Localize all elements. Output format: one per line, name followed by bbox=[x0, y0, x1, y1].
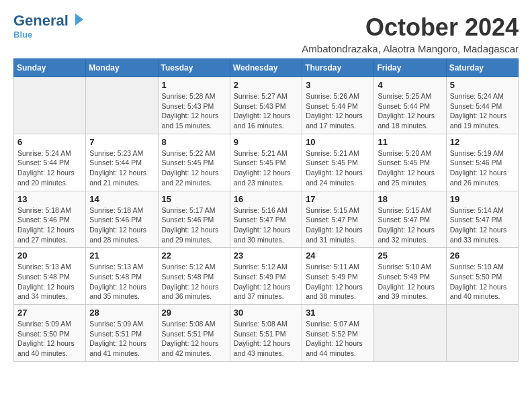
calendar-cell: 15Sunrise: 5:17 AM Sunset: 5:46 PM Dayli… bbox=[158, 191, 230, 248]
cell-info-text: Sunrise: 5:10 AM Sunset: 5:49 PM Dayligh… bbox=[378, 262, 442, 302]
cell-info-text: Sunrise: 5:21 AM Sunset: 5:45 PM Dayligh… bbox=[306, 148, 370, 188]
cell-day-number: 18 bbox=[378, 194, 442, 204]
month-title: October 2024 bbox=[302, 13, 519, 42]
cell-day-number: 9 bbox=[234, 137, 298, 147]
cell-info-text: Sunrise: 5:13 AM Sunset: 5:48 PM Dayligh… bbox=[89, 262, 154, 302]
cell-day-number: 12 bbox=[450, 137, 515, 147]
cell-day-number: 31 bbox=[306, 308, 370, 318]
calendar-cell: 5Sunrise: 5:24 AM Sunset: 5:44 PM Daylig… bbox=[446, 77, 518, 134]
cell-day-number: 7 bbox=[89, 137, 154, 147]
calendar-cell bbox=[14, 77, 86, 134]
cell-day-number: 8 bbox=[162, 137, 226, 147]
cell-day-number: 23 bbox=[234, 250, 298, 261]
calendar-body: 1Sunrise: 5:28 AM Sunset: 5:43 PM Daylig… bbox=[14, 77, 519, 362]
calendar-cell: 9Sunrise: 5:21 AM Sunset: 5:45 PM Daylig… bbox=[230, 134, 302, 191]
calendar-cell bbox=[86, 77, 158, 134]
calendar-cell: 24Sunrise: 5:11 AM Sunset: 5:49 PM Dayli… bbox=[302, 248, 374, 305]
calendar-cell: 23Sunrise: 5:12 AM Sunset: 5:49 PM Dayli… bbox=[230, 248, 302, 305]
cell-day-number: 20 bbox=[17, 250, 82, 261]
calendar-cell: 3Sunrise: 5:26 AM Sunset: 5:44 PM Daylig… bbox=[302, 77, 374, 134]
cell-info-text: Sunrise: 5:14 AM Sunset: 5:47 PM Dayligh… bbox=[450, 205, 515, 245]
calendar-cell: 18Sunrise: 5:15 AM Sunset: 5:47 PM Dayli… bbox=[374, 191, 446, 248]
cell-info-text: Sunrise: 5:24 AM Sunset: 5:44 PM Dayligh… bbox=[17, 148, 82, 188]
calendar-cell: 27Sunrise: 5:09 AM Sunset: 5:50 PM Dayli… bbox=[14, 305, 86, 362]
calendar-cell: 25Sunrise: 5:10 AM Sunset: 5:49 PM Dayli… bbox=[374, 248, 446, 305]
calendar-cell: 20Sunrise: 5:13 AM Sunset: 5:48 PM Dayli… bbox=[14, 248, 86, 305]
calendar-cell: 4Sunrise: 5:25 AM Sunset: 5:44 PM Daylig… bbox=[374, 77, 446, 134]
cell-day-number: 4 bbox=[378, 80, 442, 90]
cell-day-number: 16 bbox=[234, 194, 298, 204]
logo-text-blue: Blue bbox=[13, 30, 32, 40]
calendar-cell: 8Sunrise: 5:22 AM Sunset: 5:45 PM Daylig… bbox=[158, 134, 230, 191]
weekday-header-cell: Sunday bbox=[14, 59, 86, 77]
calendar-week-row: 27Sunrise: 5:09 AM Sunset: 5:50 PM Dayli… bbox=[14, 305, 519, 362]
cell-info-text: Sunrise: 5:07 AM Sunset: 5:52 PM Dayligh… bbox=[306, 319, 370, 359]
cell-day-number: 2 bbox=[234, 80, 298, 90]
cell-info-text: Sunrise: 5:09 AM Sunset: 5:51 PM Dayligh… bbox=[89, 319, 154, 359]
cell-day-number: 15 bbox=[162, 194, 226, 204]
title-block: October 2024 Ambatondrazaka, Alaotra Man… bbox=[302, 13, 519, 54]
calendar-cell: 31Sunrise: 5:07 AM Sunset: 5:52 PM Dayli… bbox=[302, 305, 374, 362]
cell-info-text: Sunrise: 5:26 AM Sunset: 5:44 PM Dayligh… bbox=[306, 91, 370, 131]
calendar-cell: 14Sunrise: 5:18 AM Sunset: 5:46 PM Dayli… bbox=[86, 191, 158, 248]
calendar-cell: 19Sunrise: 5:14 AM Sunset: 5:47 PM Dayli… bbox=[446, 191, 518, 248]
calendar-cell: 21Sunrise: 5:13 AM Sunset: 5:48 PM Dayli… bbox=[86, 248, 158, 305]
logo-text-general: General bbox=[13, 13, 69, 28]
cell-info-text: Sunrise: 5:21 AM Sunset: 5:45 PM Dayligh… bbox=[234, 148, 298, 188]
cell-day-number: 3 bbox=[306, 80, 370, 90]
calendar-week-row: 6Sunrise: 5:24 AM Sunset: 5:44 PM Daylig… bbox=[14, 134, 519, 191]
svg-marker-0 bbox=[75, 13, 83, 26]
cell-day-number: 21 bbox=[89, 250, 154, 261]
cell-day-number: 14 bbox=[89, 194, 154, 204]
calendar-cell: 1Sunrise: 5:28 AM Sunset: 5:43 PM Daylig… bbox=[158, 77, 230, 134]
calendar-cell: 10Sunrise: 5:21 AM Sunset: 5:45 PM Dayli… bbox=[302, 134, 374, 191]
calendar-cell: 28Sunrise: 5:09 AM Sunset: 5:51 PM Dayli… bbox=[86, 305, 158, 362]
cell-info-text: Sunrise: 5:27 AM Sunset: 5:43 PM Dayligh… bbox=[234, 91, 298, 131]
calendar-cell: 2Sunrise: 5:27 AM Sunset: 5:43 PM Daylig… bbox=[230, 77, 302, 134]
weekday-header-row: SundayMondayTuesdayWednesdayThursdayFrid… bbox=[14, 59, 519, 77]
cell-info-text: Sunrise: 5:24 AM Sunset: 5:44 PM Dayligh… bbox=[450, 91, 515, 131]
cell-day-number: 27 bbox=[17, 308, 82, 318]
weekday-header-cell: Saturday bbox=[446, 59, 518, 77]
calendar-cell bbox=[446, 305, 518, 362]
calendar-cell: 16Sunrise: 5:16 AM Sunset: 5:47 PM Dayli… bbox=[230, 191, 302, 248]
cell-day-number: 25 bbox=[378, 250, 442, 261]
cell-info-text: Sunrise: 5:20 AM Sunset: 5:45 PM Dayligh… bbox=[378, 148, 442, 188]
cell-info-text: Sunrise: 5:15 AM Sunset: 5:47 PM Dayligh… bbox=[306, 205, 370, 245]
calendar-cell: 26Sunrise: 5:10 AM Sunset: 5:50 PM Dayli… bbox=[446, 248, 518, 305]
cell-day-number: 5 bbox=[450, 80, 515, 90]
logo-icon bbox=[70, 12, 85, 27]
cell-info-text: Sunrise: 5:13 AM Sunset: 5:48 PM Dayligh… bbox=[17, 262, 82, 302]
cell-info-text: Sunrise: 5:08 AM Sunset: 5:51 PM Dayligh… bbox=[234, 319, 298, 359]
weekday-header-cell: Tuesday bbox=[158, 59, 230, 77]
cell-day-number: 6 bbox=[17, 137, 82, 147]
cell-day-number: 26 bbox=[450, 250, 515, 261]
logo: General Blue bbox=[13, 13, 85, 40]
calendar-table: SundayMondayTuesdayWednesdayThursdayFrid… bbox=[13, 58, 519, 362]
cell-info-text: Sunrise: 5:15 AM Sunset: 5:47 PM Dayligh… bbox=[378, 205, 442, 245]
cell-info-text: Sunrise: 5:18 AM Sunset: 5:46 PM Dayligh… bbox=[17, 205, 82, 245]
calendar-week-row: 20Sunrise: 5:13 AM Sunset: 5:48 PM Dayli… bbox=[14, 248, 519, 305]
cell-day-number: 29 bbox=[162, 308, 226, 318]
cell-info-text: Sunrise: 5:17 AM Sunset: 5:46 PM Dayligh… bbox=[162, 205, 226, 245]
cell-info-text: Sunrise: 5:08 AM Sunset: 5:51 PM Dayligh… bbox=[162, 319, 226, 359]
calendar-cell: 30Sunrise: 5:08 AM Sunset: 5:51 PM Dayli… bbox=[230, 305, 302, 362]
location-title: Ambatondrazaka, Alaotra Mangoro, Madagas… bbox=[302, 43, 519, 54]
cell-day-number: 17 bbox=[306, 194, 370, 204]
cell-day-number: 19 bbox=[450, 194, 515, 204]
calendar-cell: 12Sunrise: 5:19 AM Sunset: 5:46 PM Dayli… bbox=[446, 134, 518, 191]
cell-day-number: 28 bbox=[89, 308, 154, 318]
weekday-header-cell: Thursday bbox=[302, 59, 374, 77]
weekday-header-cell: Monday bbox=[86, 59, 158, 77]
cell-info-text: Sunrise: 5:16 AM Sunset: 5:47 PM Dayligh… bbox=[234, 205, 298, 245]
cell-info-text: Sunrise: 5:11 AM Sunset: 5:49 PM Dayligh… bbox=[306, 262, 370, 302]
calendar-cell bbox=[374, 305, 446, 362]
calendar-cell: 6Sunrise: 5:24 AM Sunset: 5:44 PM Daylig… bbox=[14, 134, 86, 191]
cell-info-text: Sunrise: 5:25 AM Sunset: 5:44 PM Dayligh… bbox=[378, 91, 442, 131]
calendar-cell: 7Sunrise: 5:23 AM Sunset: 5:44 PM Daylig… bbox=[86, 134, 158, 191]
calendar-cell: 13Sunrise: 5:18 AM Sunset: 5:46 PM Dayli… bbox=[14, 191, 86, 248]
calendar-cell: 22Sunrise: 5:12 AM Sunset: 5:48 PM Dayli… bbox=[158, 248, 230, 305]
cell-info-text: Sunrise: 5:23 AM Sunset: 5:44 PM Dayligh… bbox=[89, 148, 154, 188]
weekday-header-cell: Friday bbox=[374, 59, 446, 77]
cell-info-text: Sunrise: 5:10 AM Sunset: 5:50 PM Dayligh… bbox=[450, 262, 515, 302]
